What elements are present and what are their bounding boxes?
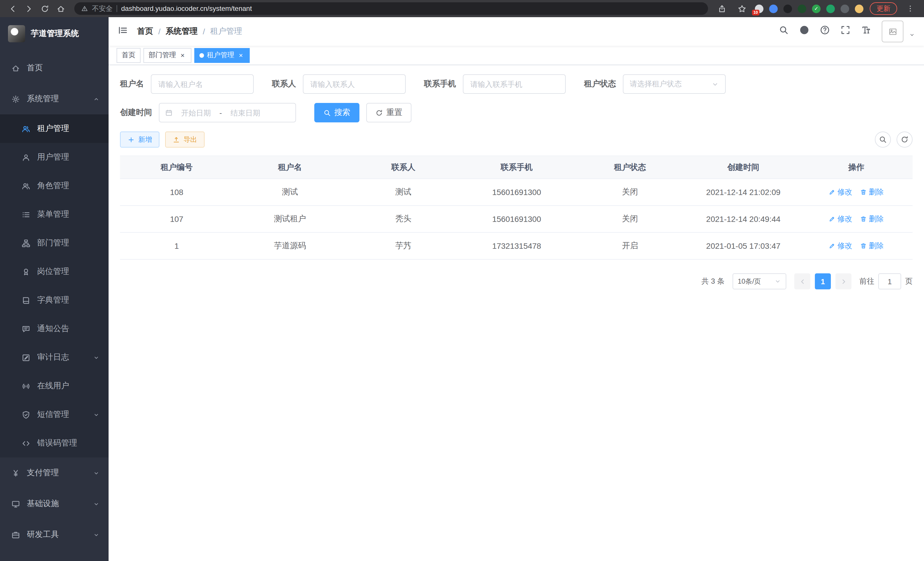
browser-extension-icon[interactable]: ✓ [812,4,820,13]
close-tab-icon[interactable]: × [237,51,244,59]
sidebar-item[interactable]: 租户管理 [0,114,109,143]
toggle-search-button[interactable] [875,132,891,147]
prev-page-button[interactable] [794,273,810,289]
sidebar-item[interactable]: 系统管理 [0,83,109,114]
delete-row-button[interactable]: 删除 [860,214,884,224]
sidebar-item-label: 系统管理 [27,94,59,104]
tab-label: 部门管理 [148,50,176,60]
export-button[interactable]: 导出 [165,132,205,147]
tab-item[interactable]: 部门管理× [143,48,191,63]
reset-button[interactable]: 重置 [366,103,411,122]
date-start-input[interactable] [176,108,216,117]
close-tab-icon[interactable]: × [179,51,186,59]
mobile-input[interactable] [463,74,566,94]
security-label: 不安全 [92,4,112,14]
browser-extension-icon[interactable] [798,4,806,13]
sidebar-item[interactable]: 支付管理 [0,457,109,488]
page-number-button[interactable]: 1 [815,273,831,289]
back-button[interactable] [6,2,20,15]
sidebar-item[interactable]: 菜单管理 [0,200,109,229]
status-select[interactable]: 请选择租户状态 [623,74,726,94]
sidebar-item[interactable]: 基础设施 [0,488,109,519]
edit-row-button[interactable]: 修改 [829,241,852,251]
browser-extension-icon[interactable] [783,4,792,13]
tenant-name-input[interactable] [151,74,254,94]
avatar-dropdown-caret[interactable] [909,32,915,42]
add-button[interactable]: 新增 [120,132,159,147]
sidebar-item-label: 角色管理 [37,181,69,191]
sidebar-item[interactable]: 用户管理 [0,143,109,171]
sidebar-item-label: 通知公告 [37,324,69,334]
table-body: 108测试测试15601691300关闭2021-12-14 21:02:09修… [120,179,913,259]
table-cell: 17321315478 [460,232,573,259]
breadcrumb-item[interactable]: 系统管理 [166,26,198,37]
extensions-strip: 10✓ [755,4,863,13]
delete-row-button[interactable]: 删除 [860,241,884,251]
editlog-icon [22,353,30,362]
header-search-button[interactable] [779,25,789,38]
browser-extension-icon[interactable] [826,4,835,13]
browser-extension-icon[interactable]: 10 [755,4,764,13]
github-link[interactable] [800,25,809,38]
date-end-input[interactable] [225,108,266,117]
font-size-button[interactable] [861,25,871,38]
help-button[interactable] [820,25,830,38]
home-button[interactable] [54,2,68,15]
forward-button[interactable] [22,2,35,15]
edit-row-button[interactable]: 修改 [829,187,852,197]
sidebar-item[interactable]: 岗位管理 [0,257,109,286]
sidebar-item[interactable]: 研发工具 [0,519,109,550]
address-bar[interactable]: 不安全 dashboard.yudao.iocoder.cn/system/te… [74,2,708,15]
medal-icon [22,267,30,276]
sidebar-item[interactable]: 在线用户 [0,372,109,400]
edit-row-button[interactable]: 修改 [829,214,852,224]
breadcrumb-item[interactable]: 首页 [137,26,153,37]
add-button-label: 新增 [138,135,152,144]
table-cell: 芋艿 [346,232,460,259]
table-cell: 108 [120,179,233,206]
sidebar-item[interactable]: 部门管理 [0,229,109,257]
tab-item[interactable]: 首页 [117,48,141,63]
calendar-icon [165,109,172,116]
edit-icon [829,189,836,196]
reload-button[interactable] [38,2,51,15]
chrome-menu-button[interactable] [903,2,917,15]
date-range-picker[interactable]: - [159,103,296,122]
delete-row-button[interactable]: 删除 [860,187,884,197]
sidebar-item[interactable]: 错误码管理 [0,429,109,457]
filter-row-1: 租户名 联系人 联系手机 租户状态 请选择租户状态 [120,74,913,94]
contact-input[interactable] [303,74,406,94]
sidebar-item-label: 岗位管理 [37,266,69,277]
search-button[interactable]: 搜索 [314,103,359,122]
table-cell: 1 [120,232,233,259]
browser-extension-icon[interactable] [841,4,849,13]
fullscreen-button[interactable] [841,25,850,38]
refresh-table-button[interactable] [897,132,913,147]
sidebar-item[interactable]: 审计日志 [0,343,109,372]
goto-page: 前往 页 [860,273,913,289]
chevron-down-icon [93,501,99,507]
chrome-update-button[interactable]: 更新 [870,2,897,15]
search-icon [879,135,887,144]
url-text: dashboard.yudao.iocoder.cn/system/tenant [121,5,252,13]
filter-create-time: 创建时间 - [120,103,296,122]
browser-extension-icon[interactable] [769,4,778,13]
sidebar-item[interactable]: 短信管理 [0,400,109,429]
page-size-select[interactable]: 10条/页 [733,273,786,289]
sidebar-item[interactable]: 首页 [0,53,109,83]
bookmark-button[interactable] [735,2,748,15]
reset-button-label: 重置 [386,108,402,118]
sidebar-collapse-button[interactable] [118,25,128,38]
sidebar-item[interactable]: 角色管理 [0,171,109,200]
next-page-button[interactable] [836,273,851,289]
sidebar-item[interactable]: 通知公告 [0,314,109,343]
sidebar-item[interactable]: 字典管理 [0,286,109,314]
goto-page-input[interactable] [878,273,901,289]
tab-item[interactable]: 租户管理× [194,48,250,63]
table-cell: 开启 [573,232,687,259]
browser-extension-icon[interactable] [855,4,863,13]
share-button[interactable] [715,2,729,15]
chevron-down-icon [93,411,99,418]
reload-icon [40,4,49,13]
user-avatar[interactable] [882,21,903,42]
